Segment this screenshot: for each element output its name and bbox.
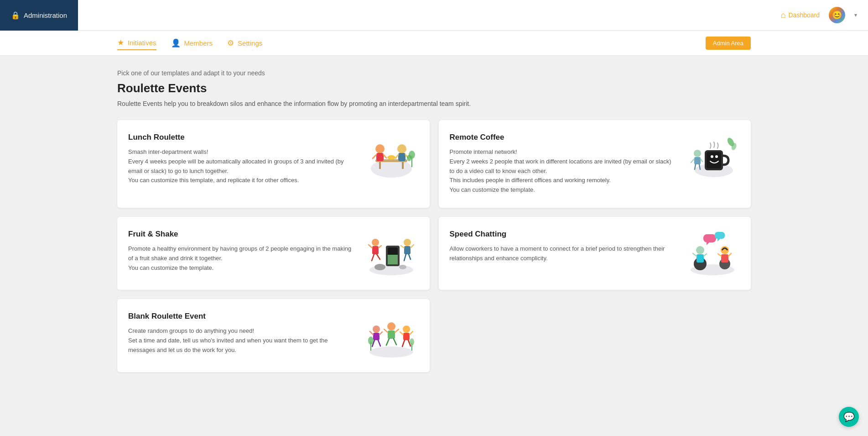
card-blank-roulette[interactable]: Blank Roulette Event Create random group… (117, 299, 430, 372)
dropdown-arrow-icon[interactable]: ▾ (854, 12, 857, 18)
card-remote-coffee-text: Remote Coffee Promote internal network!E… (450, 133, 686, 195)
empty-slot (439, 299, 751, 372)
card-fruit-shake-desc: Promote a healthy environment by having … (128, 244, 355, 273)
svg-line-55 (693, 253, 696, 256)
svg-point-21 (694, 150, 701, 157)
card-remote-coffee[interactable]: Remote Coffee Promote internal network!E… (439, 120, 751, 208)
svg-line-60 (718, 254, 721, 256)
lunch-roulette-illustration (366, 133, 416, 179)
person-icon: 👤 (171, 38, 181, 48)
svg-line-7 (384, 155, 386, 158)
fruit-shake-illustration (366, 230, 416, 275)
initiatives-label: Initiatives (128, 39, 156, 47)
admin-label: Administration (24, 11, 67, 19)
svg-rect-40 (404, 246, 411, 254)
svg-line-66 (379, 332, 382, 335)
svg-point-82 (368, 336, 374, 345)
settings-label: Settings (238, 39, 262, 47)
gear-icon: ⚙ (227, 38, 234, 48)
svg-point-39 (404, 239, 411, 246)
card-speed-chatting-title: Speed Chatting (450, 230, 676, 239)
svg-line-77 (400, 332, 403, 335)
svg-line-79 (402, 340, 405, 347)
page-subtitle: Pick one of our templates and adapt it t… (117, 69, 751, 77)
card-lunch-roulette-text: Lunch Roulette Smash inter-department wa… (128, 133, 364, 185)
star-icon: ★ (117, 38, 124, 47)
page-description: Roulette Events help you to breakdown si… (117, 100, 751, 107)
svg-line-6 (373, 155, 376, 158)
svg-rect-54 (696, 254, 704, 263)
card-speed-chatting-desc: Allow coworkers to have a moment to conn… (450, 244, 676, 263)
svg-point-33 (372, 239, 379, 246)
svg-rect-48 (703, 234, 716, 242)
card-lunch-roulette-image (364, 133, 419, 179)
card-remote-coffee-image (685, 133, 740, 179)
svg-line-65 (370, 331, 373, 335)
svg-point-15 (407, 155, 411, 161)
svg-rect-76 (403, 333, 410, 340)
dashboard-label: Dashboard (789, 11, 820, 19)
svg-line-73 (386, 339, 389, 345)
svg-line-71 (384, 329, 388, 332)
svg-line-56 (704, 254, 707, 256)
svg-rect-18 (707, 152, 721, 168)
chat-widget[interactable]: 💬 (839, 407, 859, 427)
card-fruit-shake-text: Fruit & Shake Promote a healthy environm… (128, 230, 364, 273)
svg-point-46 (399, 265, 406, 269)
svg-line-78 (410, 331, 413, 335)
blank-roulette-illustration (366, 312, 416, 357)
svg-point-84 (410, 338, 414, 346)
svg-rect-3 (402, 162, 404, 169)
admin-area-button[interactable]: Admin Area (706, 37, 751, 50)
avatar-emoji: 😊 (832, 10, 842, 20)
card-lunch-roulette[interactable]: Lunch Roulette Smash inter-department wa… (117, 120, 430, 208)
card-speed-chatting-text: Speed Chatting Allow coworkers to have a… (450, 230, 686, 263)
svg-point-20 (715, 155, 718, 158)
svg-rect-2 (379, 162, 381, 169)
card-fruit-shake[interactable]: Fruit & Shake Promote a healthy environm… (117, 217, 430, 290)
avatar[interactable]: 😊 (829, 7, 845, 23)
page-title: Roulette Events (117, 81, 751, 95)
card-speed-chatting[interactable]: Speed Chatting Allow coworkers to have a… (439, 217, 751, 290)
svg-line-24 (701, 159, 702, 162)
sub-nav-left: ★ Initiatives 👤 Members ⚙ Settings (117, 36, 262, 50)
svg-point-4 (375, 144, 385, 153)
svg-line-41 (401, 246, 404, 248)
chat-icon: 💬 (843, 411, 855, 422)
svg-point-9 (397, 144, 406, 153)
svg-line-37 (372, 254, 374, 261)
svg-point-63 (373, 326, 380, 333)
svg-marker-49 (707, 242, 709, 245)
card-lunch-roulette-title: Lunch Roulette (128, 133, 355, 142)
admin-tab[interactable]: 🔒 Administration (0, 0, 78, 31)
svg-point-45 (374, 264, 385, 270)
remote-coffee-illustration (687, 133, 738, 179)
card-lunch-roulette-desc: Smash inter-department walls!Every 4 wee… (128, 147, 355, 185)
svg-point-75 (403, 326, 410, 333)
svg-line-72 (395, 329, 399, 332)
svg-line-23 (691, 159, 694, 163)
svg-rect-59 (721, 254, 728, 263)
card-blank-roulette-desc: Create random groups to do anything you … (128, 326, 355, 355)
lock-icon: 🔒 (11, 11, 20, 20)
svg-rect-64 (373, 333, 379, 340)
card-remote-coffee-desc: Promote internal network!Every 2 weeks 2… (450, 147, 676, 195)
card-blank-roulette-title: Blank Roulette Event (128, 312, 355, 321)
svg-line-11 (395, 155, 398, 158)
svg-line-43 (404, 254, 406, 261)
home-icon: ⌂ (781, 11, 786, 20)
card-blank-roulette-image (364, 312, 419, 357)
svg-rect-10 (398, 153, 405, 161)
svg-line-36 (379, 246, 381, 248)
svg-point-19 (711, 155, 713, 158)
card-fruit-shake-image (364, 230, 419, 275)
svg-marker-51 (717, 239, 720, 242)
nav-item-members[interactable]: 👤 Members (171, 37, 213, 50)
sub-nav: ★ Initiatives 👤 Members ⚙ Settings Admin… (0, 31, 868, 56)
nav-item-initiatives[interactable]: ★ Initiatives (117, 36, 156, 50)
svg-rect-32 (388, 255, 398, 264)
dashboard-link[interactable]: ⌂ Dashboard (781, 11, 820, 20)
svg-point-58 (721, 246, 729, 254)
svg-line-61 (728, 253, 731, 256)
nav-item-settings[interactable]: ⚙ Settings (227, 37, 262, 50)
